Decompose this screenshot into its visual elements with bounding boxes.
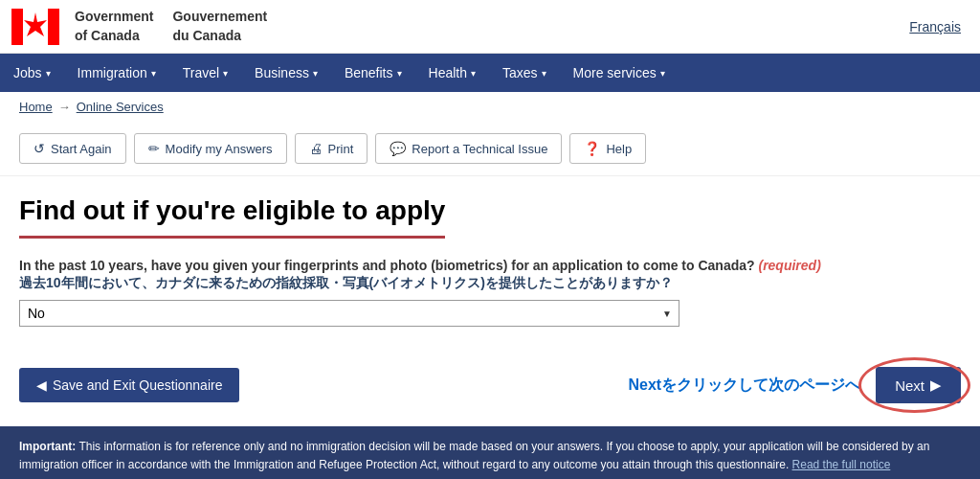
next-button[interactable]: Next ▶ bbox=[876, 367, 961, 403]
nav-item-benefits[interactable]: Benefits ▾ bbox=[331, 54, 415, 92]
notice-link[interactable]: Read the full notice bbox=[792, 458, 891, 471]
arrow-left-icon: ◀ bbox=[36, 377, 47, 393]
notice-label: Important: bbox=[19, 440, 76, 453]
main-nav: Jobs ▾ Immigration ▾ Travel ▾ Business ▾… bbox=[0, 54, 980, 92]
canada-flag-icon bbox=[11, 9, 59, 45]
breadcrumb-home[interactable]: Home bbox=[19, 100, 53, 114]
help-button[interactable]: ❓ Help bbox=[569, 133, 646, 164]
gov-name-english: Government of Canada bbox=[75, 8, 153, 45]
notice-box: Important: This information is for refer… bbox=[0, 426, 980, 479]
arrow-right-icon: ▶ bbox=[930, 376, 942, 394]
question-block: In the past 10 years, have you given you… bbox=[19, 258, 961, 327]
printer-icon: 🖨 bbox=[309, 141, 323, 156]
next-button-wrapper: Next ▶ bbox=[876, 367, 961, 403]
site-header: Government of Canada Gouvernement du Can… bbox=[0, 0, 980, 54]
language-switch[interactable]: Français bbox=[909, 19, 961, 34]
svg-rect-1 bbox=[48, 9, 59, 45]
chevron-down-icon: ▾ bbox=[542, 68, 546, 79]
action-toolbar: ↺ Start Again ✏ Modify my Answers 🖨 Prin… bbox=[0, 122, 980, 176]
breadcrumb: Home → Online Services bbox=[0, 92, 980, 122]
gov-name-french: Gouvernement du Canada bbox=[172, 8, 267, 45]
chevron-down-icon: ▾ bbox=[223, 68, 228, 79]
breadcrumb-online-services[interactable]: Online Services bbox=[77, 100, 164, 114]
chevron-down-icon: ▾ bbox=[313, 68, 318, 79]
question-text-en: In the past 10 years, have you given you… bbox=[19, 258, 961, 273]
chevron-down-icon: ▾ bbox=[471, 68, 476, 79]
question-text-ja: 過去10年間において、カナダに来るための指紋採取・写真(バイオメトリクス)を提供… bbox=[19, 275, 961, 292]
government-name: Government of Canada Gouvernement du Can… bbox=[75, 8, 267, 45]
nav-item-health[interactable]: Health ▾ bbox=[415, 54, 489, 92]
start-again-button[interactable]: ↺ Start Again bbox=[19, 133, 126, 164]
page-title: Find out if you're eligible to apply bbox=[19, 195, 445, 239]
chevron-down-icon: ▾ bbox=[151, 68, 156, 79]
help-icon: ❓ bbox=[584, 141, 600, 156]
save-exit-button[interactable]: ◀ Save and Exit Questionnaire bbox=[19, 368, 239, 402]
nav-item-business[interactable]: Business ▾ bbox=[241, 54, 331, 92]
right-actions: Nextをクリックして次のページへ Next ▶ bbox=[628, 367, 961, 403]
chevron-down-icon: ▾ bbox=[397, 68, 402, 79]
required-label: (required) bbox=[758, 258, 820, 273]
print-button[interactable]: 🖨 Print bbox=[295, 133, 368, 164]
francais-link[interactable]: Français bbox=[909, 19, 961, 34]
next-hint-text: Nextをクリックして次のページへ bbox=[628, 376, 860, 396]
action-row: ◀ Save and Exit Questionnaire Nextをクリックし… bbox=[0, 352, 980, 419]
breadcrumb-arrow: → bbox=[58, 100, 71, 114]
chevron-down-icon: ▾ bbox=[46, 68, 51, 79]
logo-area: Government of Canada Gouvernement du Can… bbox=[11, 8, 267, 45]
answer-select-wrapper: No Yes bbox=[19, 300, 679, 327]
pencil-icon: ✏ bbox=[148, 141, 160, 156]
chat-icon: 💬 bbox=[390, 141, 406, 156]
modify-answers-button[interactable]: ✏ Modify my Answers bbox=[134, 133, 287, 164]
refresh-icon: ↺ bbox=[33, 141, 45, 156]
main-content: Find out if you're eligible to apply In … bbox=[0, 176, 980, 352]
nav-item-taxes[interactable]: Taxes ▾ bbox=[489, 54, 560, 92]
nav-item-immigration[interactable]: Immigration ▾ bbox=[64, 54, 169, 92]
nav-item-more-services[interactable]: More services ▾ bbox=[560, 54, 679, 92]
chevron-down-icon: ▾ bbox=[660, 68, 665, 79]
nav-item-jobs[interactable]: Jobs ▾ bbox=[0, 54, 64, 92]
report-issue-button[interactable]: 💬 Report a Technical Issue bbox=[375, 133, 562, 164]
answer-select[interactable]: No Yes bbox=[19, 300, 679, 327]
svg-rect-0 bbox=[11, 9, 23, 45]
nav-item-travel[interactable]: Travel ▾ bbox=[169, 54, 241, 92]
